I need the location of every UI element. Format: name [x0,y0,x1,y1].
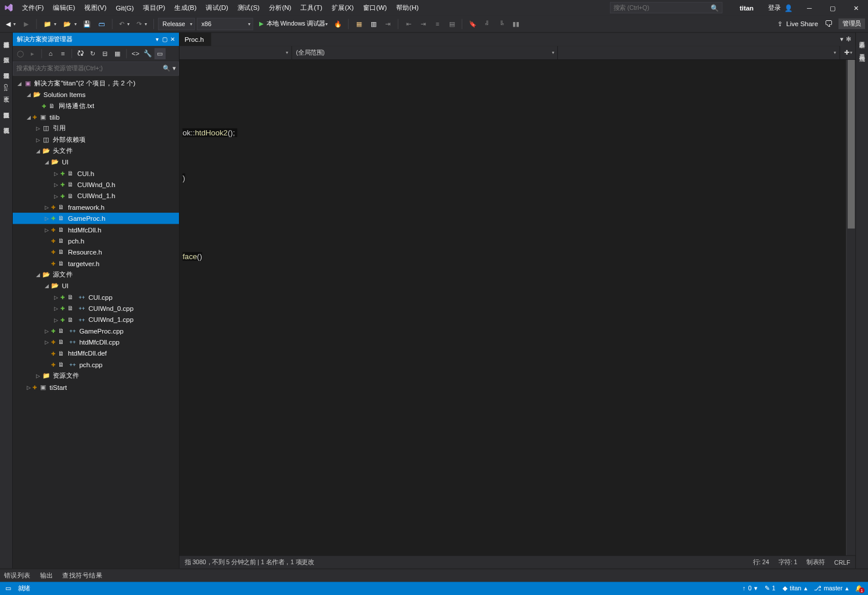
tree-item[interactable]: 📂Solution Items [13,89,179,100]
bottom-tab[interactable]: 错误列表 [4,571,31,580]
tree-item[interactable]: ✚🗎++CUI.cpp [13,292,179,303]
tree-item[interactable]: 📂源文件 [13,269,179,280]
tb-icon-1[interactable]: ▦ [353,17,365,30]
expand-icon[interactable] [16,81,23,87]
tb-icon-10[interactable]: ▮▮ [510,17,522,30]
expand-icon[interactable] [34,272,41,278]
tb-icon-6[interactable]: ≡ [431,17,443,30]
bottom-tab[interactable]: 输出 [40,571,53,580]
code-editor[interactable]: ok::htdHook2(); ) face() [180,60,855,555]
tb-icon-3[interactable]: ⇥ [382,17,394,30]
expand-icon[interactable] [53,182,60,188]
tb-icon-2[interactable]: ▥ [367,17,379,30]
show-all-icon[interactable]: ▦ [112,48,123,59]
nav-member-combo[interactable] [558,46,840,59]
git-push-item[interactable]: ↑ 0 ▾ [743,585,757,592]
fire-button[interactable]: 🔥 [332,17,345,30]
minimize-button[interactable]: ─ [798,0,821,15]
expand-icon[interactable] [34,373,41,379]
solution-search[interactable]: 🔍 ▾ [13,62,179,76]
maximize-button[interactable]: ▢ [821,0,844,15]
new-project-button[interactable]: 📁 [41,17,59,30]
live-share-button[interactable]: ⇪ Live Share [777,20,818,27]
collapse-icon[interactable]: ⊟ [100,48,111,59]
sync-icon[interactable]: 🗘 [75,48,86,59]
tree-item[interactable]: 📂UI [13,156,179,167]
redo-button[interactable]: ↷ [134,17,149,30]
tree-item[interactable]: ◫引用 [13,123,179,134]
tab-dropdown-icon[interactable]: ▾ [840,36,843,43]
side-tab[interactable]: Git 更改 [1,81,11,96]
tb-icon-7[interactable]: ▤ [446,17,458,30]
menu-item[interactable]: 分析(N) [264,0,296,15]
switch-view-icon[interactable]: ≡ [58,48,69,59]
expand-icon[interactable] [53,317,60,322]
search-icon[interactable]: 🔍 ▾ [163,65,175,72]
bookmark-icon[interactable]: 🔖 [467,17,479,30]
expand-icon[interactable] [44,339,51,345]
undo-button[interactable]: ↶ [117,17,132,30]
expand-icon[interactable] [25,114,32,120]
nav-scope-combo[interactable]: (全局范围) [292,46,558,59]
tree-item[interactable]: 📁资源文件 [13,370,179,381]
git-repo-item[interactable]: ◆ titan ▴ [783,585,807,592]
properties-icon[interactable]: 🔧 [142,48,153,59]
side-tab[interactable]: 属性管理器 [1,66,11,72]
search-input[interactable] [614,4,711,11]
platform-combo[interactable]: x86 [197,17,253,30]
expand-icon[interactable] [44,159,51,165]
menu-item[interactable]: 编辑(E) [48,0,80,15]
editor-scrollbar[interactable] [846,60,855,555]
tree-item[interactable]: ✚🗎CUIWnd_1.h [13,190,179,201]
nav-split-icon[interactable]: ✚ [840,46,855,59]
feedback-icon[interactable]: 🗨 [824,19,833,28]
side-tab[interactable]: 数据源 [1,50,11,56]
menu-item[interactable]: 调试(D) [201,0,233,15]
open-button[interactable]: 📂 [61,17,79,30]
tree-item[interactable]: ✚🗎targetver.h [13,258,179,269]
tree-item[interactable]: ✚▣tiStart [13,381,179,392]
expand-icon[interactable] [25,92,32,98]
search-box[interactable]: 🔍 [609,2,722,13]
tree-item[interactable]: ✚🗎++pch.cpp [13,359,179,370]
login-button[interactable]: 登录 👤 [763,3,798,12]
solution-tree[interactable]: ▣解决方案"titan"(2 个项目，共 2 个)📂Solution Items… [13,76,179,568]
tree-item[interactable]: 📂头文件 [13,145,179,156]
tree-item[interactable]: ✚🗎htdMfcDll.h [13,224,179,235]
tree-item[interactable]: ✚🗎GameProc.h [13,213,179,224]
menu-item[interactable]: 帮助(H) [392,0,424,15]
tree-item[interactable]: ✚🗎++GameProc.cpp [13,325,179,336]
start-debug-button[interactable]: ▶ 本地 Windows 调试器 [255,17,329,30]
pin-icon[interactable]: ▢ [162,36,167,42]
git-pending-item[interactable]: ✎ 1 [765,585,776,592]
search-icon[interactable]: 🔍 [711,4,719,12]
tab-gear-icon[interactable]: ✻ [846,36,851,43]
side-tab[interactable]: 服务器资源管理器 [1,35,11,41]
config-combo[interactable]: Release [158,17,195,30]
tree-item[interactable]: ✚🗎++CUIWnd_1.cpp [13,314,179,325]
menu-item[interactable]: 扩展(X) [327,0,358,15]
menu-item[interactable]: 项目(P) [138,0,170,15]
side-tab[interactable]: 团队资源管理器 [1,105,11,112]
preview-icon[interactable]: ▭ [155,48,166,59]
expand-icon[interactable] [53,193,60,199]
nav-back-button[interactable]: ◀ [3,17,18,30]
expand-icon[interactable] [53,306,60,311]
tree-item[interactable]: ✚🗎CUI.h [13,168,179,179]
tree-item[interactable]: ✚🗎++htdMfcDll.cpp [13,336,179,347]
notifications-icon[interactable]: 🔔1 [855,585,863,592]
tree-item[interactable]: 📂UI [13,280,179,291]
menu-item[interactable]: 工具(T) [296,0,327,15]
bottom-tab[interactable]: 查找符号结果 [62,571,102,580]
tb-icon-9[interactable]: ╚ [496,17,508,30]
editor-tab-active[interactable]: Proc.h [180,33,211,46]
back-icon[interactable]: ◯ [15,48,26,59]
menu-item[interactable]: 测试(S) [233,0,264,15]
tb-icon-4[interactable]: ⇤ [403,17,415,30]
tb-icon-8[interactable]: ╝ [481,17,493,30]
scroll-thumb[interactable] [848,60,855,228]
git-branch-item[interactable]: ⎇ master ▴ [814,585,848,592]
side-tab[interactable]: 诊断工具 [857,35,867,41]
expand-icon[interactable] [25,384,32,390]
menu-item[interactable]: 窗口(W) [358,0,392,15]
